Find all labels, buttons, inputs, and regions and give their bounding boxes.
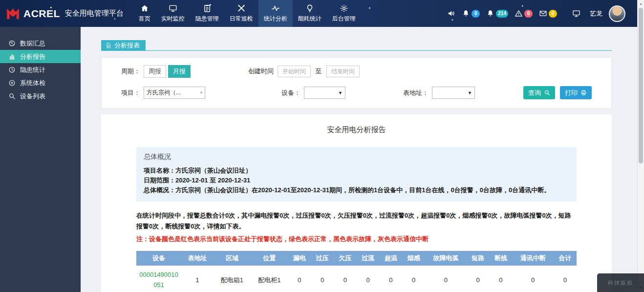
brand[interactable]: ACREL 安全用电管理平台 xyxy=(0,0,133,27)
mail-icon xyxy=(539,9,547,18)
nav-label: 日常巡检 xyxy=(230,15,253,23)
sidebar-item-device-list[interactable]: 设备列表 xyxy=(0,90,81,103)
nav-label: 统计分析 xyxy=(264,15,287,23)
project-select-value: 方氏宗祠（... xyxy=(147,89,181,97)
report-title: 安全用电分析报告 xyxy=(136,125,577,135)
alert-bell-button[interactable]: 0 xyxy=(462,9,480,18)
project-label: 项目： xyxy=(121,89,140,97)
corner-watermark: 科技版权 xyxy=(597,273,644,292)
scrollbar-up-arrow[interactable]: ▲ xyxy=(638,0,644,7)
topbar-right: 0 214 0 0 艺龙 xyxy=(447,0,637,27)
table-cell: 0 xyxy=(380,266,403,292)
nav-item-energy-stats[interactable]: 能耗统计 xyxy=(293,0,327,27)
table-header-cell: 欠压 xyxy=(334,251,357,266)
table-header-cell: 表地址 xyxy=(181,251,214,266)
mail-button[interactable]: 0 xyxy=(539,9,557,18)
tools-icon xyxy=(237,4,246,13)
query-button[interactable]: 查询 xyxy=(523,86,555,99)
top-navbar: ACREL 安全用电管理平台 首页 实时监控 隐患管理 日常巡检 统计 xyxy=(0,0,637,27)
monitor-icon xyxy=(169,4,177,13)
monthly-report-button[interactable]: 月报 xyxy=(168,65,191,78)
sidebar-item-label: 分析报告 xyxy=(20,52,45,61)
scrollbar[interactable]: ▲ ▼ xyxy=(637,0,644,292)
scrollbar-thumb[interactable] xyxy=(639,8,643,163)
date-range-label: 日期范围： xyxy=(144,177,175,184)
sidebar-item-hidden-danger-stats[interactable]: 隐患统计 xyxy=(0,63,81,76)
table-header-cell: 漏电 xyxy=(288,251,311,266)
bell-icon xyxy=(462,9,470,18)
sidebar-item-data-summary[interactable]: 数据汇总 xyxy=(0,37,81,50)
start-time-input[interactable] xyxy=(278,66,311,77)
table-cell: 0 xyxy=(334,266,357,292)
table-header-cell: 区域 xyxy=(214,251,251,266)
nav-item-daily-inspection[interactable]: 日常巡检 xyxy=(224,0,258,27)
table-header-cell: 设备 xyxy=(136,251,181,266)
message-count-badge: 214 xyxy=(496,10,508,18)
table-header-cell: 位置 xyxy=(251,251,288,266)
table-header-row: 设备 表地址 区域 位置 漏电 过压 欠压 过流 超温 烟感 故障电弧 短路 xyxy=(136,251,577,266)
screen-icon[interactable] xyxy=(572,9,580,18)
table-header-cell: 过流 xyxy=(357,251,380,266)
nav-item-statistics[interactable]: 统计分析 xyxy=(258,0,293,27)
bell-icon xyxy=(486,9,494,18)
sidebar-item-system-check[interactable]: 系统体检 xyxy=(0,76,81,90)
table-cell: 0 xyxy=(402,266,425,292)
nav-label: 能耗统计 xyxy=(298,15,322,23)
nav-label: 隐患管理 xyxy=(195,15,219,23)
sidebar-item-analysis-report[interactable]: 分析报告 xyxy=(0,50,81,63)
project-select[interactable]: 方氏宗祠（... ▾ xyxy=(144,87,205,99)
warning-button[interactable]: 0 xyxy=(515,9,533,18)
clock-icon xyxy=(8,66,16,73)
to-label: 至 xyxy=(315,67,322,76)
meter-address-select[interactable]: ▼ xyxy=(432,87,475,99)
bulb-icon xyxy=(305,4,314,13)
sidebar: 数据汇总 分析报告 隐患统计 系统体检 设备列表 xyxy=(0,27,81,292)
device-select[interactable]: ▼ xyxy=(304,87,345,99)
summary-value: 方氏宗祠（茶山会议旧址）在2020-12-01至2020-12-31期间，所检测… xyxy=(175,186,550,194)
nav-item-home[interactable]: 首页 xyxy=(133,0,156,27)
volume-icon[interactable] xyxy=(447,9,455,18)
mail-count-badge: 0 xyxy=(549,10,557,18)
table-header-cell: 过压 xyxy=(311,251,334,266)
avatar[interactable] xyxy=(609,5,625,22)
color-legend-note: 注：设备颜色是红色表示当前该设备正处于报警状态，绿色表示正常，黑色表示故障，灰色… xyxy=(136,234,577,244)
chevron-down-icon: ▼ xyxy=(338,90,343,95)
create-time-label: 创建时间 xyxy=(248,67,274,76)
table-header-cell: 合计 xyxy=(554,251,577,266)
report-panel: 安全用电分析报告 总体概况 项目名称：方氏宗祠（茶山会议旧址） 日期范围：202… xyxy=(101,114,612,292)
pulse-chart-icon xyxy=(271,4,280,13)
nav-item-hidden-danger[interactable]: 隐患管理 xyxy=(190,0,224,27)
date-range-value: 2020-12-01 至 2020-12-31 xyxy=(175,177,250,184)
username[interactable]: 艺龙 xyxy=(590,9,602,18)
print-button[interactable]: 打印 xyxy=(560,86,592,99)
alarm-table: 设备 表地址 区域 位置 漏电 过压 欠压 过流 超温 烟感 故障电弧 短路 xyxy=(136,251,577,292)
device-id-cell[interactable]: 00001490010051 xyxy=(136,266,181,292)
end-time-input[interactable] xyxy=(326,66,360,77)
brand-name: ACREL xyxy=(23,8,60,20)
chevron-down-icon: ▼ xyxy=(468,90,472,95)
project-name-value: 方氏宗祠（茶山会议旧址） xyxy=(175,167,252,174)
table-header-cell: 通讯中断 xyxy=(512,251,554,266)
device-label: 设备： xyxy=(281,89,301,97)
table-cell: 0 xyxy=(467,266,490,292)
tab-analysis-report[interactable]: 分析报表 xyxy=(101,40,146,50)
nav-item-admin[interactable]: 后台管理 xyxy=(327,0,361,27)
page-tab-row: 分析报表 xyxy=(101,40,612,51)
message-bell-button[interactable]: 214 xyxy=(486,9,508,18)
nav-label: 实时监控 xyxy=(161,15,185,23)
nav-item-realtime-monitor[interactable]: 实时监控 xyxy=(156,0,190,27)
table-header-cell: 短路 xyxy=(467,251,490,266)
sidebar-item-label: 数据汇总 xyxy=(20,39,45,48)
home-icon xyxy=(140,4,149,13)
search-icon xyxy=(8,92,16,100)
nav-label: 后台管理 xyxy=(332,15,356,23)
period-label: 周期： xyxy=(121,67,140,76)
sidebar-item-label: 系统体检 xyxy=(20,79,45,88)
weekly-report-button[interactable]: 周报 xyxy=(144,65,166,78)
date-range-line: 日期范围：2020-12-01 至 2020-12-31 xyxy=(144,176,569,185)
table-cell: 1 xyxy=(181,266,214,292)
printer-icon xyxy=(580,90,587,96)
table-cell: 配电箱1 xyxy=(214,266,251,292)
chevron-down-icon: ▾ xyxy=(200,90,202,95)
table-cell: 0 xyxy=(357,266,380,292)
